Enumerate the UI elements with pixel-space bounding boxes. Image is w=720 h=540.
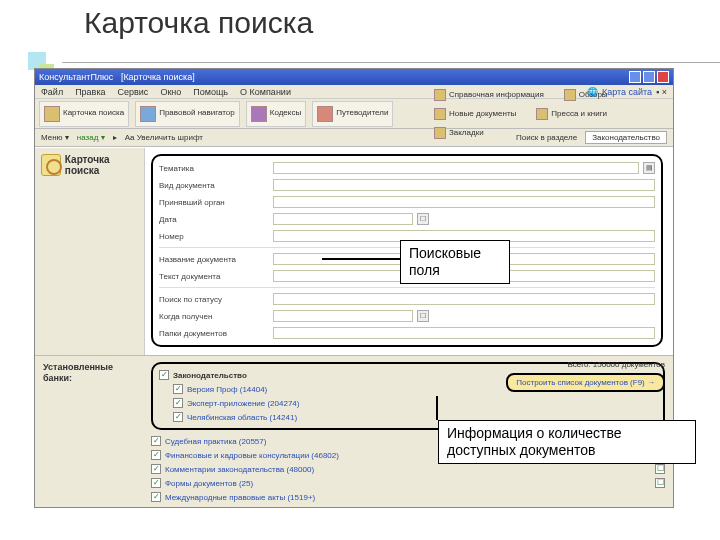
font-button[interactable]: Аа Увеличить шрифт [125, 133, 203, 142]
btn-label: Новые документы [449, 109, 516, 118]
btn-press[interactable]: Пресса и книги [531, 105, 612, 123]
checkbox-icon[interactable]: ✓ [151, 478, 161, 488]
field-organ: Принявший орган [159, 198, 269, 207]
search-card-icon [41, 154, 61, 176]
sidebar-title: Карточка поиска [65, 154, 138, 176]
slide-rule [62, 62, 720, 63]
input-status[interactable] [273, 293, 655, 305]
field-received: Когда получен [159, 312, 269, 321]
btn-search-card[interactable]: Карточка поиска [39, 101, 129, 127]
field-nomer: Номер [159, 232, 269, 241]
btn-label: Обзоры [579, 90, 608, 99]
expand-icon[interactable]: ☐ [655, 464, 665, 474]
back-button[interactable]: назад ▾ [77, 133, 105, 142]
field-text: Текст документа [159, 272, 269, 281]
callout-search-fields: Поисковые поля [400, 240, 510, 284]
checkbox-icon[interactable]: ✓ [173, 412, 183, 422]
bank-forms[interactable]: Формы документов (25) [165, 479, 253, 488]
checkbox-icon[interactable]: ✓ [151, 492, 161, 502]
expand-icon[interactable]: ☐ [655, 478, 665, 488]
btn-reviews[interactable]: Обзоры [559, 86, 613, 104]
btn-label: Путеводители [336, 109, 388, 118]
doc-name: [Карточка поиска] [121, 72, 195, 82]
btn-label: Справочная информация [449, 90, 544, 99]
window-buttons [629, 71, 669, 83]
input-organ[interactable] [273, 196, 655, 208]
btn-bookmarks[interactable]: Закладки [429, 124, 489, 142]
menu-about[interactable]: О Компании [240, 87, 291, 97]
content-area: Карточка поиска Тематика▤ Вид документа … [35, 147, 673, 355]
bank-comments[interactable]: Комментарии законодательства (48000) [165, 465, 314, 474]
field-data: Дата [159, 215, 269, 224]
toolbar-main: Карточка поиска Правовой навигатор Кодек… [35, 99, 673, 129]
fwd-button[interactable]: ▸ [113, 133, 117, 142]
btn-navigator[interactable]: Правовой навигатор [135, 101, 240, 127]
bank-law[interactable]: Законодательство [173, 371, 247, 380]
codex-icon [251, 106, 267, 122]
bank-region[interactable]: Челябинская область (14241) [187, 413, 297, 422]
sidebar: Карточка поиска [35, 148, 145, 355]
btn-guides[interactable]: Путеводители [312, 101, 393, 127]
checkbox-icon[interactable]: ✓ [151, 436, 161, 446]
menu-service[interactable]: Сервис [118, 87, 149, 97]
field-status: Поиск по статусу [159, 295, 269, 304]
close-button[interactable] [657, 71, 669, 83]
menu-dropdown[interactable]: Меню ▾ [41, 133, 69, 142]
search-scope-label: Поиск в разделе [516, 133, 577, 142]
input-tematika[interactable] [273, 162, 639, 174]
bank-prof[interactable]: Версия Проф (14404) [187, 385, 267, 394]
btn-ref-info[interactable]: Справочная информация [429, 86, 549, 104]
btn-label: Закладки [449, 128, 484, 137]
minimize-button[interactable] [629, 71, 641, 83]
bank-expert[interactable]: Эксперт-приложение (204274) [187, 399, 299, 408]
checkbox-icon[interactable]: ✓ [173, 384, 183, 394]
calendar-icon[interactable]: ☐ [417, 213, 429, 225]
maximize-button[interactable] [643, 71, 655, 83]
clear-icon[interactable]: ▤ [643, 162, 655, 174]
calendar-icon[interactable]: ☐ [417, 310, 429, 322]
checkbox-icon[interactable]: ✓ [151, 450, 161, 460]
news-icon [536, 108, 548, 120]
book-icon [434, 108, 446, 120]
doc-icon [434, 89, 446, 101]
menu-window[interactable]: Окно [160, 87, 181, 97]
search-card-icon [44, 106, 60, 122]
btn-dictionary[interactable]: Новые документы [429, 105, 521, 123]
field-name: Название документа [159, 255, 269, 264]
checkbox-icon[interactable]: ✓ [173, 398, 183, 408]
btn-label: Кодексы [270, 109, 301, 118]
slide-title: Карточка поиска [0, 0, 720, 50]
banks-label: Установленные банки: [43, 362, 143, 499]
btn-label: Пресса и книги [551, 109, 607, 118]
bank-intl[interactable]: Международные правовые акты (1519+) [165, 493, 315, 502]
bank-court[interactable]: Судебная практика (20557) [165, 437, 266, 446]
guides-icon [317, 106, 333, 122]
checkbox-icon[interactable]: ✓ [151, 464, 161, 474]
field-folders: Папки документов [159, 329, 269, 338]
app-name: КонсультантПлюс [39, 72, 113, 82]
btn-codex[interactable]: Кодексы [246, 101, 306, 127]
callout-connector [322, 258, 400, 260]
build-list-button[interactable]: Построить список документов (F9) → [506, 373, 665, 392]
checkbox-icon[interactable]: ✓ [159, 370, 169, 380]
input-data[interactable] [273, 213, 413, 225]
input-received[interactable] [273, 310, 413, 322]
menu-file[interactable]: Файл [41, 87, 63, 97]
btn-label: Правовой навигатор [159, 109, 235, 118]
btn-label: Карточка поиска [63, 109, 124, 118]
search-scope-value[interactable]: Законодательство [585, 131, 667, 144]
callout-connector [436, 396, 438, 420]
input-vid[interactable] [273, 179, 655, 191]
menu-help[interactable]: Помощь [193, 87, 228, 97]
field-tematika: Тематика [159, 164, 269, 173]
star-icon [564, 89, 576, 101]
bank-fin[interactable]: Финансовые и кадровые консультации (4680… [165, 451, 339, 460]
input-folders[interactable] [273, 327, 655, 339]
navigator-icon [140, 106, 156, 122]
titlebar: КонсультантПлюс [Карточка поиска] [35, 69, 673, 85]
callout-doc-count: Информация о количестве доступных докуме… [438, 420, 696, 464]
field-vid: Вид документа [159, 181, 269, 190]
menu-edit[interactable]: Правка [75, 87, 105, 97]
doc-count: Всего: 150000 документов [505, 360, 665, 369]
bookmark-icon [434, 127, 446, 139]
